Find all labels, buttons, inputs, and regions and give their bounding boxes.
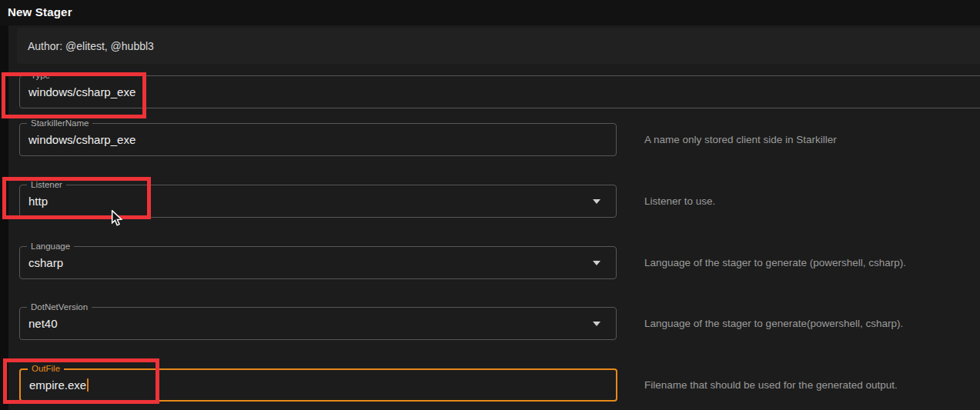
left-edge-strip bbox=[0, 25, 8, 410]
listener-select[interactable]: Listener http bbox=[19, 185, 617, 218]
language-select-label: Language bbox=[27, 241, 74, 252]
text-caret bbox=[87, 378, 89, 392]
dropdown-arrow-icon bbox=[593, 261, 600, 265]
dropdown-arrow-icon bbox=[593, 199, 600, 204]
author-text: Author: @elitest, @hubbl3 bbox=[17, 40, 154, 52]
outfile-helper-text: Filename that should be used for the gen… bbox=[644, 368, 975, 402]
language-select-value: csharp bbox=[20, 256, 63, 269]
type-field[interactable]: Type windows/csharp_exe bbox=[19, 75, 980, 108]
dotnetversion-helper-text: Language of the stager to generate(power… bbox=[644, 307, 975, 340]
listener-select-label: Listener bbox=[27, 179, 66, 190]
starkillername-field[interactable]: StarkillerName windows/csharp_exe bbox=[19, 123, 617, 156]
listener-helper-text: Listener to use. bbox=[644, 185, 975, 218]
dropdown-arrow-icon bbox=[593, 322, 600, 326]
listener-select-value: http bbox=[20, 195, 48, 208]
outfile-field-label: OutFile bbox=[28, 363, 64, 374]
type-field-value: windows/csharp_exe bbox=[20, 85, 135, 98]
outfile-field-value: empire.exe bbox=[21, 378, 86, 392]
author-card: Author: @elitest, @hubbl3 bbox=[17, 28, 980, 64]
page-title: New Stager bbox=[8, 0, 72, 25]
language-select[interactable]: Language csharp bbox=[19, 246, 617, 279]
dotnetversion-select-label: DotNetVersion bbox=[27, 302, 92, 312]
starkillername-field-value: windows/csharp_exe bbox=[20, 133, 135, 146]
starkillername-helper-text: A name only stored client side in Starki… bbox=[644, 123, 975, 156]
dotnetversion-select[interactable]: DotNetVersion net40 bbox=[19, 307, 617, 340]
type-field-label: Type bbox=[27, 70, 54, 81]
language-helper-text: Language of the stager to generate (powe… bbox=[644, 246, 975, 279]
starkillername-field-label: StarkillerName bbox=[27, 118, 92, 128]
outfile-field[interactable]: OutFile empire.exe bbox=[19, 368, 617, 402]
dotnetversion-select-value: net40 bbox=[20, 317, 58, 330]
top-header-band bbox=[0, 0, 980, 25]
